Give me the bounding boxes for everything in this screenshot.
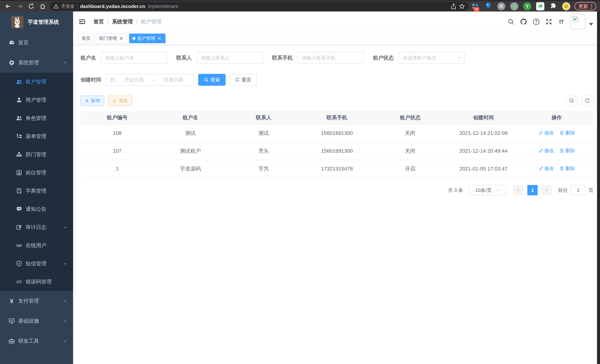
export-button[interactable]: 导出 <box>108 95 132 106</box>
tab-close-icon[interactable] <box>157 36 162 41</box>
cell-status: 开启 <box>374 160 447 178</box>
sidebar: 芋道管理系统 首页 系统管理 <box>0 11 73 364</box>
recorder-extension-icon[interactable] <box>510 2 518 10</box>
refresh-table-icon[interactable] <box>581 95 593 107</box>
add-button[interactable]: 新增 <box>81 95 104 106</box>
cell-status: 关闭 <box>374 124 447 142</box>
y-extension-icon[interactable]: Y <box>523 2 531 10</box>
chevron-up-icon <box>63 60 67 65</box>
tab-tenant[interactable]: 租户管理 <box>129 34 166 43</box>
delete-link-label: 删除 <box>565 148 575 154</box>
contact-input[interactable] <box>196 52 263 64</box>
cell-actions: 修改 删除 <box>520 142 593 160</box>
search-button[interactable]: 搜索 <box>198 74 225 86</box>
avatar-dropdown-icon[interactable] <box>589 23 593 26</box>
user-icon <box>16 97 22 103</box>
browser-reload-icon[interactable] <box>27 2 36 11</box>
sidebar-item-dict[interactable]: 字典管理 <box>0 182 73 200</box>
end-date-placeholder: 结束日期 <box>158 77 190 83</box>
tab-close-icon[interactable] <box>119 36 124 41</box>
table-row: 1 芋道源码 芋艿 17321315478 开启 2021-01-05 17:0… <box>81 160 593 178</box>
goto-page-input[interactable] <box>571 185 586 195</box>
chevron-down-icon <box>63 339 67 343</box>
browser-update-button[interactable]: 更新 <box>574 2 596 11</box>
sidebar-item-sms[interactable]: 短信管理 <box>0 254 73 273</box>
cell-tenant-id: 108 <box>81 124 154 142</box>
bookmark-star-icon[interactable] <box>459 3 465 9</box>
show-search-toggle-icon[interactable] <box>565 95 578 107</box>
page-size-select[interactable]: 10条/页 <box>469 185 506 195</box>
cell-tenant-name: 测试租户 <box>154 142 227 160</box>
cell-tenant-id: 107 <box>81 142 154 160</box>
sidebar-item-system[interactable]: 系统管理 <box>0 53 73 73</box>
edit-link[interactable]: 修改 <box>538 148 554 154</box>
tab-dept[interactable]: 部门管理 <box>96 34 127 43</box>
url-path: /system/tenant <box>148 4 178 9</box>
tenant-page-content: 租户名 联系人 联系手机 租户状态 <box>73 45 600 364</box>
header-search-icon[interactable] <box>505 15 517 28</box>
next-page-button[interactable] <box>541 185 552 195</box>
sidebar-item-label: 字典管理 <box>26 187 46 195</box>
sidebar-item-notice[interactable]: 通知公告 <box>0 200 73 218</box>
browser-forward-icon[interactable] <box>15 2 24 11</box>
github-icon[interactable] <box>517 15 530 28</box>
sidebar-item-post[interactable]: 岗位管理 <box>0 164 73 182</box>
font-size-icon[interactable]: tT <box>555 15 568 28</box>
org-tree-icon <box>16 151 22 158</box>
sidebar-item-label: 审计日志 <box>26 224 46 231</box>
blocks-extension-icon[interactable]: 10 <box>471 2 479 10</box>
tab-home[interactable]: 首页 <box>78 34 94 43</box>
user-avatar[interactable] <box>571 14 586 29</box>
tab-label: 首页 <box>82 36 91 41</box>
status-select[interactable] <box>398 52 465 64</box>
main-panel: 首页 / 系统管理 / 租户管理 tT <box>73 11 600 364</box>
reset-button[interactable]: 重置 <box>229 74 257 86</box>
page-number-current[interactable]: 1 <box>527 185 538 195</box>
sidebar-item-online-users[interactable]: 在线用户 <box>0 236 73 254</box>
edit-link[interactable]: 修改 <box>538 165 554 172</box>
sidebar-item-payment[interactable]: ¥ 支付管理 <box>0 291 73 311</box>
extension-badge: 10 <box>473 7 479 11</box>
breadcrumb-system[interactable]: 系统管理 <box>112 18 133 25</box>
edit-link-label: 修改 <box>544 130 554 136</box>
edit-link[interactable]: 修改 <box>538 130 554 136</box>
share-icon[interactable] <box>451 3 456 9</box>
delete-link[interactable]: 删除 <box>559 148 575 154</box>
profile-avatar-icon[interactable] <box>562 2 570 10</box>
sidebar-item-role[interactable]: 角色管理 <box>0 109 73 127</box>
delete-link[interactable]: 删除 <box>559 130 575 136</box>
sidebar-item-error-code[interactable]: 错误码管理 <box>0 273 73 291</box>
sidebar-item-home[interactable]: 首页 <box>0 33 73 53</box>
sidebar-item-dev-tools[interactable]: 研发工具 <box>0 331 73 351</box>
sidebar-item-menu[interactable]: 菜单管理 <box>0 127 73 145</box>
browser-menu-icon[interactable] <box>591 4 592 9</box>
help-icon[interactable] <box>530 15 543 28</box>
pagination: 共 3 条 10条/页 1 前往 页 <box>81 185 593 195</box>
chat-extension-icon[interactable] <box>536 2 544 10</box>
tenant-name-input[interactable] <box>101 52 167 64</box>
sidebar-item-tenant[interactable]: 租户管理 <box>0 73 73 91</box>
app-logo-row[interactable]: 芋道管理系统 <box>0 11 73 33</box>
prev-page-button[interactable] <box>513 185 524 195</box>
browser-home-icon[interactable] <box>38 2 47 11</box>
breadcrumb-home[interactable]: 首页 <box>94 18 104 25</box>
breadcrumb: 首页 / 系统管理 / 租户管理 <box>94 18 162 25</box>
extensions-cluster: 10 ⌘ Y <box>471 2 570 10</box>
puzzle-extensions-icon[interactable] <box>549 2 557 10</box>
browser-back-icon[interactable] <box>4 2 13 11</box>
sidebar-item-user[interactable]: 用户管理 <box>0 91 73 109</box>
sidebar-item-audit-log[interactable]: 审计日志 <box>0 218 73 236</box>
delete-link[interactable]: 删除 <box>559 165 575 172</box>
sidebar-item-dept[interactable]: 部门管理 <box>0 145 73 164</box>
chevron-down-icon <box>63 319 67 323</box>
create-time-range-picker[interactable]: 开始日期 - 结束日期 <box>106 74 194 86</box>
fullscreen-icon[interactable] <box>543 15 555 28</box>
balloon-extension-icon[interactable] <box>484 2 492 10</box>
mobile-input[interactable] <box>297 52 364 64</box>
sidebar-item-infrastructure[interactable]: 基础设施 <box>0 311 73 331</box>
sidebar-collapse-icon[interactable] <box>79 19 86 25</box>
address-bar[interactable]: 不安全 dashboard.yudao.iocoder.cn/system/te… <box>50 2 469 11</box>
window-scrollbar-track[interactable] <box>597 11 600 364</box>
command-extension-icon[interactable]: ⌘ <box>497 2 505 10</box>
sms-shield-icon <box>16 261 22 267</box>
